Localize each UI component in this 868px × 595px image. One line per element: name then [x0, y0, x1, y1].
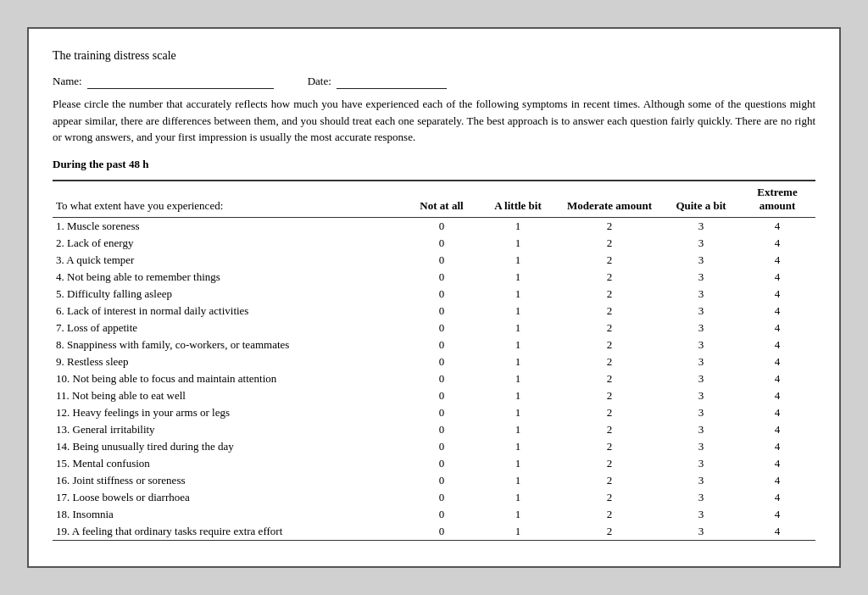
row-value: 0 — [403, 217, 480, 235]
row-value: 0 — [403, 353, 480, 370]
row-value: 4 — [739, 217, 815, 235]
table-row: 15. Mental confusion01234 — [53, 455, 815, 472]
row-label: 15. Mental confusion — [53, 455, 403, 472]
row-value: 2 — [556, 438, 663, 455]
row-value: 3 — [663, 320, 739, 336]
instructions-text: Please circle the number that accurately… — [53, 96, 815, 146]
row-value: 4 — [739, 387, 815, 404]
row-value: 4 — [739, 506, 815, 523]
row-value: 0 — [403, 404, 480, 421]
row-label: 1. Muscle soreness — [53, 217, 403, 235]
row-label: 8. Snappiness with family, co-workers, o… — [53, 336, 403, 353]
date-label: Date: — [308, 75, 331, 88]
table-row: 3. A quick temper01234 — [53, 252, 815, 269]
page-container: The training distress scale Name: Date: … — [27, 27, 841, 568]
row-value: 3 — [663, 303, 739, 320]
row-label: 19. A feeling that ordinary tasks requir… — [53, 523, 403, 541]
row-value: 0 — [403, 303, 480, 320]
row-value: 4 — [739, 286, 815, 303]
name-underline[interactable] — [87, 75, 274, 89]
row-value: 3 — [663, 489, 739, 506]
row-value: 3 — [663, 421, 739, 438]
row-value: 4 — [739, 489, 815, 506]
table-row: 17. Loose bowels or diarrhoea01234 — [53, 489, 815, 506]
table-row: 12. Heavy feelings in your arms or legs0… — [53, 404, 815, 421]
table-row: 4. Not being able to remember things0123… — [53, 269, 815, 286]
row-value: 2 — [556, 336, 663, 353]
row-value: 1 — [480, 336, 556, 353]
row-value: 2 — [556, 320, 663, 336]
row-value: 1 — [480, 506, 556, 523]
table-row: 1. Muscle soreness01234 — [53, 217, 815, 235]
table-row: 10. Not being able to focus and maintain… — [53, 370, 815, 387]
name-date-row: Name: Date: — [53, 75, 815, 89]
row-value: 1 — [480, 523, 556, 541]
row-value: 2 — [556, 286, 663, 303]
row-value: 4 — [739, 269, 815, 286]
row-value: 0 — [403, 523, 480, 541]
row-value: 4 — [739, 472, 815, 489]
row-value: 0 — [403, 472, 480, 489]
table-row: 5. Difficulty falling asleep01234 — [53, 286, 815, 303]
row-value: 1 — [480, 353, 556, 370]
date-underline[interactable] — [337, 75, 447, 89]
row-value: 2 — [556, 455, 663, 472]
row-label: 3. A quick temper — [53, 252, 403, 269]
date-field: Date: — [308, 75, 447, 89]
page-title: The training distress scale — [53, 49, 815, 63]
row-value: 1 — [480, 252, 556, 269]
row-value: 1 — [480, 303, 556, 320]
row-value: 2 — [556, 523, 663, 541]
table-footer-line — [53, 540, 815, 546]
table-row: 6. Lack of interest in normal daily acti… — [53, 303, 815, 320]
table-row: 13. General irritability01234 — [53, 421, 815, 438]
row-value: 3 — [663, 404, 739, 421]
row-label: 9. Restless sleep — [53, 353, 403, 370]
row-value: 3 — [663, 353, 739, 370]
row-value: 0 — [403, 336, 480, 353]
row-label: 5. Difficulty falling asleep — [53, 286, 403, 303]
row-value: 1 — [480, 269, 556, 286]
row-value: 3 — [663, 472, 739, 489]
row-label: 11. Not being able to eat well — [53, 387, 403, 404]
row-value: 2 — [556, 421, 663, 438]
table-row: 14. Being unusually tired during the day… — [53, 438, 815, 455]
name-field: Name: — [53, 75, 274, 89]
row-value: 0 — [403, 320, 480, 336]
row-label: 17. Loose bowels or diarrhoea — [53, 489, 403, 506]
row-label: 14. Being unusually tired during the day — [53, 438, 403, 455]
row-value: 2 — [556, 489, 663, 506]
row-label: 16. Joint stiffness or soreness — [53, 472, 403, 489]
row-value: 4 — [739, 438, 815, 455]
row-value: 0 — [403, 235, 480, 252]
row-value: 1 — [480, 404, 556, 421]
row-value: 3 — [663, 336, 739, 353]
row-value: 4 — [739, 235, 815, 252]
row-value: 3 — [663, 370, 739, 387]
row-value: 0 — [403, 438, 480, 455]
row-label: 2. Lack of energy — [53, 235, 403, 252]
col-header-extreme: Extreme amount — [739, 181, 815, 218]
table-row: 19. A feeling that ordinary tasks requir… — [53, 523, 815, 541]
row-value: 0 — [403, 455, 480, 472]
col-header-little-bit: A little bit — [480, 181, 556, 218]
table-row: 11. Not being able to eat well01234 — [53, 387, 815, 404]
row-value: 4 — [739, 252, 815, 269]
row-value: 3 — [663, 523, 739, 541]
row-value: 2 — [556, 353, 663, 370]
row-value: 1 — [480, 370, 556, 387]
row-value: 0 — [403, 421, 480, 438]
row-label: 18. Insomnia — [53, 506, 403, 523]
row-value: 2 — [556, 217, 663, 235]
row-value: 2 — [556, 303, 663, 320]
row-value: 2 — [556, 252, 663, 269]
row-value: 4 — [739, 303, 815, 320]
row-value: 4 — [739, 336, 815, 353]
row-label: 7. Loss of appetite — [53, 320, 403, 336]
row-value: 0 — [403, 370, 480, 387]
row-value: 1 — [480, 489, 556, 506]
row-label: 10. Not being able to focus and maintain… — [53, 370, 403, 387]
row-label: 12. Heavy feelings in your arms or legs — [53, 404, 403, 421]
row-value: 3 — [663, 286, 739, 303]
row-value: 1 — [480, 286, 556, 303]
